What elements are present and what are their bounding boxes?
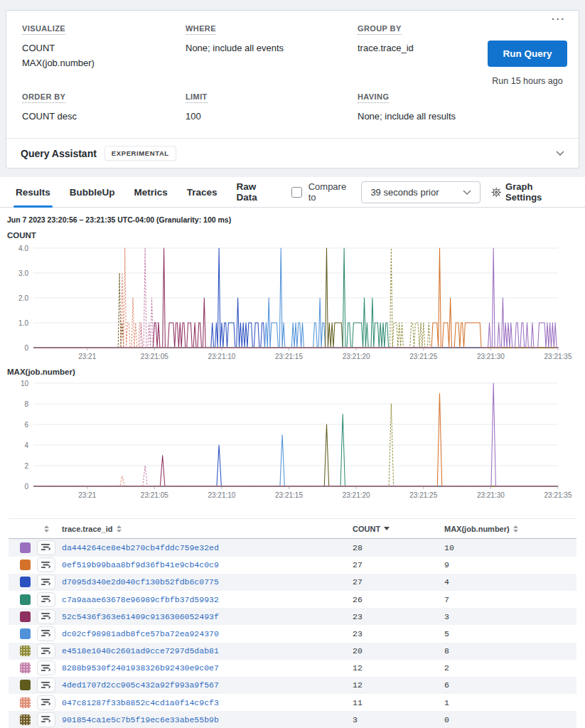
- series-color-swatch[interactable]: [20, 646, 31, 656]
- view-trace-button[interactable]: [37, 660, 55, 675]
- gear-icon: [491, 187, 501, 198]
- count-column-header[interactable]: COUNT: [344, 525, 429, 533]
- sort-icon: [117, 525, 122, 532]
- trace-id-link[interactable]: 8288b9530f2401938326b92430e9c0e7: [62, 663, 338, 673]
- view-trace-button[interactable]: [37, 695, 55, 710]
- trace-id-link[interactable]: 0ef519b99baa8bf9d36fb41e9cb4c0c9: [62, 560, 338, 569]
- results-table-header: trace.trace_id COUNT MAX(job.number): [9, 518, 576, 539]
- trace-waterfall-icon: [41, 629, 51, 638]
- query-clause-where[interactable]: WHERENone; include all events: [186, 21, 358, 71]
- max-value: 7: [436, 595, 576, 604]
- query-builder-panel: VISUALIZECOUNTMAX(job.number)WHERENone; …: [6, 10, 579, 168]
- query-clause-limit[interactable]: LIMIT100: [186, 90, 358, 124]
- series-color-swatch[interactable]: [20, 697, 31, 708]
- compare-to-checkbox[interactable]: [291, 187, 302, 198]
- svg-text:23:21:35: 23:21:35: [544, 491, 572, 499]
- overflow-menu-icon[interactable]: [552, 14, 566, 25]
- svg-text:23:21:25: 23:21:25: [409, 353, 437, 360]
- trace-id-link[interactable]: 52c5436f363e61409c9136306052493f: [62, 612, 338, 621]
- tab-results[interactable]: Results: [16, 177, 50, 207]
- table-row: 901854ca1e5c7b5f19ec6e33abe55b9b30: [9, 711, 576, 728]
- trace-id-link[interactable]: da444264ce8e4b270cb4fddc759e32ed: [62, 543, 338, 552]
- trace-id-link[interactable]: 901854ca1e5c7b5f19ec6e33abe55b9b: [62, 715, 338, 724]
- graph-settings-button[interactable]: Graph Settings: [491, 181, 569, 203]
- table-row: 4ded1707d2cc905c432a92f993a9f567126: [9, 677, 576, 694]
- svg-text:10: 10: [21, 380, 29, 387]
- svg-text:2.0: 2.0: [18, 294, 28, 302]
- tabs: ResultsBubbleUpMetricsTracesRaw Data: [16, 177, 291, 207]
- max-value: 2: [436, 663, 576, 673]
- query-clause-order-by[interactable]: ORDER BYCOUNT desc: [22, 90, 186, 124]
- column-label: trace.trace_id: [62, 525, 113, 533]
- view-trace-button[interactable]: [37, 626, 55, 641]
- svg-text:6: 6: [24, 421, 28, 429]
- results-table-body: da444264ce8e4b270cb4fddc759e32ed28100ef5…: [0, 539, 585, 728]
- trace-id-link[interactable]: d7095d340e2d040cf130b52fdb6c0775: [62, 577, 338, 587]
- max-chart[interactable]: 024681023:2123:21:0523:21:1023:21:1523:2…: [0, 376, 585, 505]
- query-assistant-bar[interactable]: Query Assistant EXPERIMENTAL: [6, 138, 579, 168]
- view-trace-button[interactable]: [37, 540, 55, 555]
- trace-id-link[interactable]: c7a9aaae63678e96989cfbfb37d59932: [62, 595, 338, 604]
- series-color-swatch[interactable]: [20, 680, 31, 690]
- count-value: 23: [344, 629, 429, 638]
- max-value: 0: [436, 715, 576, 724]
- count-chart[interactable]: 01.02.03.04.023:2123:21:0523:21:1023:21:…: [0, 240, 585, 360]
- table-row: 8288b9530f2401938326b92430e9c0e7122: [9, 660, 576, 677]
- trace-id-column-header[interactable]: trace.trace_id: [62, 525, 338, 533]
- chevron-down-icon[interactable]: [556, 151, 564, 156]
- query-clause-having[interactable]: HAVINGNone; include all results: [358, 90, 485, 124]
- view-trace-button[interactable]: [37, 712, 55, 727]
- svg-text:23:21: 23:21: [78, 491, 96, 499]
- series-color-swatch[interactable]: [20, 714, 31, 725]
- tab-bubbleup[interactable]: BubbleUp: [70, 177, 115, 207]
- tab-raw-data[interactable]: Raw Data: [237, 177, 272, 207]
- view-trace-button[interactable]: [37, 574, 55, 589]
- row-sort-header[interactable]: [37, 525, 55, 532]
- query-clause-visualize[interactable]: VISUALIZECOUNTMAX(job.number): [22, 21, 186, 71]
- series-color-swatch[interactable]: [20, 628, 31, 639]
- max-value: 8: [436, 646, 576, 655]
- trace-waterfall-icon: [41, 612, 51, 621]
- trace-id-link[interactable]: 047c81287f33b8852c4cd1a0f14c9cf3: [62, 698, 338, 707]
- view-trace-button[interactable]: [37, 678, 55, 692]
- run-query-rail: Run Query Run 15 hours ago: [488, 41, 567, 87]
- compare-range-select[interactable]: 39 seconds prior: [361, 181, 480, 203]
- view-trace-button[interactable]: [37, 643, 55, 658]
- series-color-swatch[interactable]: [20, 594, 31, 605]
- clause-label: ORDER BY: [22, 92, 65, 103]
- trace-waterfall-icon: [41, 698, 51, 707]
- sort-icon: [513, 525, 518, 532]
- series-color-swatch[interactable]: [20, 611, 31, 622]
- trace-waterfall-icon: [41, 543, 51, 552]
- trace-id-link[interactable]: dc02cf98981adb8fce57ba72ea924370: [62, 629, 338, 638]
- svg-text:23:21:35: 23:21:35: [544, 353, 572, 360]
- tab-traces[interactable]: Traces: [187, 177, 218, 207]
- max-column-header[interactable]: MAX(job.number): [436, 525, 576, 533]
- time-range-header: Jun 7 2023 23:20:56 – 23:21:35 UTC-04:00…: [7, 215, 585, 224]
- trace-id-link[interactable]: 4ded1707d2cc905c432a92f993a9f567: [62, 680, 338, 690]
- query-clause-group-by[interactable]: GROUP BYtrace.trace_id: [358, 21, 485, 71]
- trace-id-link[interactable]: e4518e1040c2601ad9cce7297d5dab81: [62, 646, 338, 655]
- series-color-swatch[interactable]: [20, 542, 31, 553]
- count-value: 23: [344, 612, 429, 621]
- tab-metrics[interactable]: Metrics: [134, 177, 168, 207]
- table-row: 0ef519b99baa8bf9d36fb41e9cb4c0c9279: [9, 557, 576, 574]
- sort-icon: [44, 525, 49, 532]
- svg-text:23:21:05: 23:21:05: [141, 353, 168, 360]
- view-trace-button[interactable]: [37, 609, 55, 624]
- svg-text:23:21:20: 23:21:20: [343, 491, 370, 499]
- series-color-swatch[interactable]: [20, 560, 31, 570]
- count-value: 27: [344, 560, 429, 569]
- view-trace-button[interactable]: [37, 592, 55, 607]
- svg-text:0: 0: [24, 344, 28, 352]
- results-content: Jun 7 2023 23:20:56 – 23:21:35 UTC-04:00…: [0, 208, 585, 728]
- graph-settings-label: Graph Settings: [505, 181, 569, 203]
- series-color-swatch[interactable]: [20, 663, 31, 673]
- series-color-swatch[interactable]: [20, 577, 31, 587]
- run-query-button[interactable]: Run Query: [488, 41, 567, 67]
- clause-label: HAVING: [358, 92, 389, 103]
- table-row: e4518e1040c2601ad9cce7297d5dab81208: [9, 643, 576, 660]
- max-value: 10: [436, 543, 576, 552]
- view-trace-button[interactable]: [37, 557, 55, 572]
- clause-label: VISUALIZE: [22, 24, 65, 35]
